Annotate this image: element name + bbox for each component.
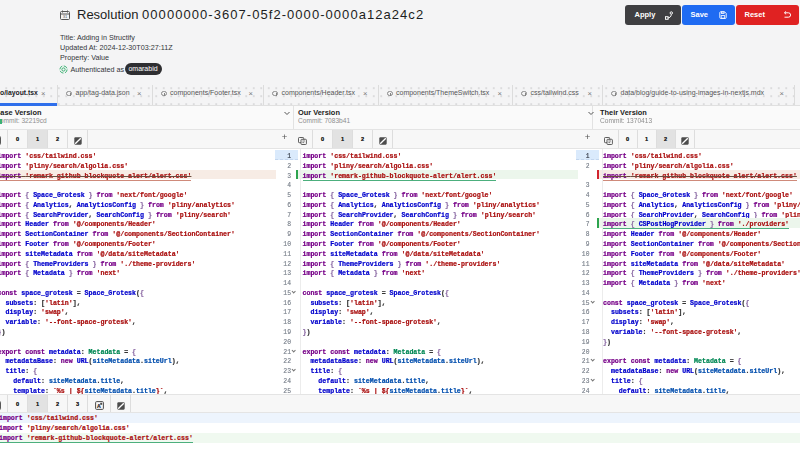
svg-text:31: 31 — [63, 14, 68, 19]
